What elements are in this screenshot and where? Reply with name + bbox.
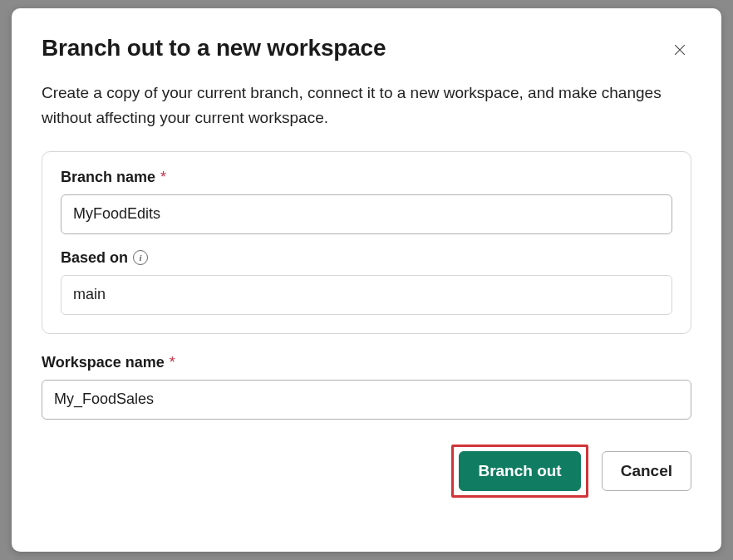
- based-on-label: Based on i: [61, 249, 672, 267]
- dialog-footer: Branch out Cancel: [42, 445, 691, 498]
- workspace-name-field: Workspace name *: [42, 354, 691, 420]
- based-on-value-text: main: [73, 286, 106, 303]
- dialog-title: Branch out to a new workspace: [42, 35, 386, 61]
- dialog-header: Branch out to a new workspace: [42, 35, 691, 64]
- branch-name-label-text: Branch name: [61, 169, 155, 186]
- based-on-value: main: [61, 275, 672, 315]
- branch-name-input[interactable]: [61, 194, 672, 234]
- info-icon[interactable]: i: [133, 250, 148, 265]
- required-indicator: *: [170, 354, 175, 371]
- dialog-description: Create a copy of your current branch, co…: [42, 81, 691, 131]
- based-on-label-text: Based on: [61, 249, 128, 267]
- workspace-name-label-text: Workspace name: [42, 354, 165, 371]
- close-icon: [672, 42, 688, 58]
- primary-button-highlight: Branch out: [451, 445, 588, 498]
- branch-name-label: Branch name *: [61, 169, 672, 186]
- close-button[interactable]: [668, 38, 691, 64]
- branch-fields-group: Branch name * Based on i main: [42, 151, 691, 334]
- workspace-name-input[interactable]: [42, 380, 691, 420]
- branch-out-button[interactable]: Branch out: [459, 451, 580, 491]
- required-indicator: *: [160, 169, 166, 186]
- workspace-name-label: Workspace name *: [42, 354, 691, 371]
- cancel-button[interactable]: Cancel: [602, 451, 691, 491]
- based-on-field: Based on i main: [61, 249, 672, 315]
- branch-name-field: Branch name *: [61, 169, 672, 234]
- branch-out-dialog: Branch out to a new workspace Create a c…: [12, 8, 721, 552]
